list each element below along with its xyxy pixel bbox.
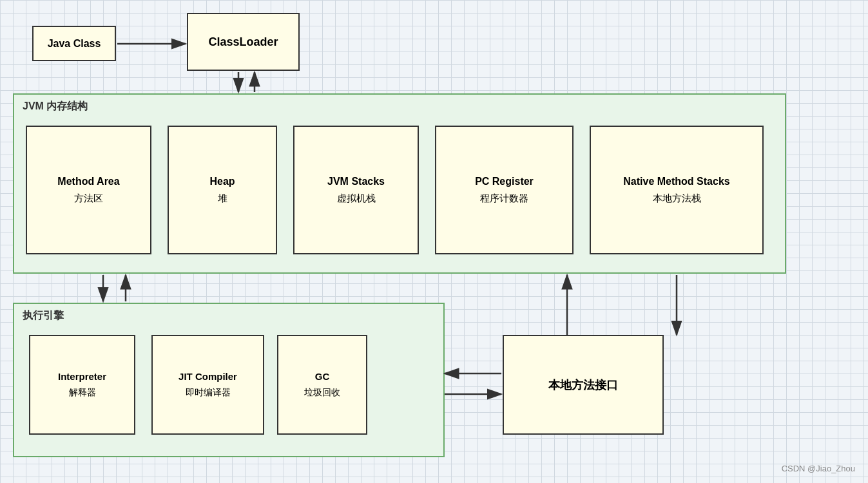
- jvm-stacks-cn: 虚拟机栈: [337, 193, 376, 205]
- native-interface-label: 本地方法接口: [548, 377, 618, 393]
- heap-box: Heap 堆: [168, 126, 277, 254]
- exec-section-label: 执行引擎: [23, 309, 64, 323]
- gc-box: GC 垃圾回收: [277, 335, 367, 435]
- gc-cn: 垃圾回收: [304, 387, 340, 399]
- method-area-cn: 方法区: [74, 193, 103, 205]
- heap-en: Heap: [209, 176, 235, 187]
- jit-cn: 即时编译器: [186, 387, 231, 399]
- gc-en: GC: [315, 371, 330, 382]
- native-stacks-cn: 本地方法栈: [653, 193, 701, 205]
- interpreter-en: Interpreter: [58, 371, 106, 382]
- interpreter-cn: 解释器: [69, 387, 96, 399]
- watermark: CSDN @Jiao_Zhou: [782, 464, 855, 473]
- native-interface-box: 本地方法接口: [503, 335, 664, 435]
- method-area-box: Method Area 方法区: [26, 126, 151, 254]
- pc-register-en: PC Register: [475, 176, 534, 187]
- native-stacks-en: Native Method Stacks: [623, 176, 729, 187]
- jvm-stacks-box: JVM Stacks 虚拟机栈: [293, 126, 419, 254]
- native-stacks-box: Native Method Stacks 本地方法栈: [590, 126, 764, 254]
- jvm-section-label: JVM 内存结构: [23, 100, 88, 113]
- method-area-en: Method Area: [57, 176, 119, 187]
- jit-en: JIT Compiler: [178, 371, 237, 382]
- jvm-stacks-en: JVM Stacks: [327, 176, 385, 187]
- java-class-box: Java Class: [32, 26, 116, 61]
- interpreter-box: Interpreter 解释器: [29, 335, 135, 435]
- heap-cn: 堆: [218, 193, 227, 205]
- classloader-label: ClassLoader: [208, 35, 278, 49]
- java-class-label: Java Class: [48, 38, 101, 50]
- pc-register-cn: 程序计数器: [480, 193, 528, 205]
- diagram-container: Java Class ClassLoader JVM 内存结构 Method A…: [0, 0, 868, 483]
- classloader-box: ClassLoader: [187, 13, 300, 71]
- pc-register-box: PC Register 程序计数器: [435, 126, 574, 254]
- jit-compiler-box: JIT Compiler 即时编译器: [151, 335, 264, 435]
